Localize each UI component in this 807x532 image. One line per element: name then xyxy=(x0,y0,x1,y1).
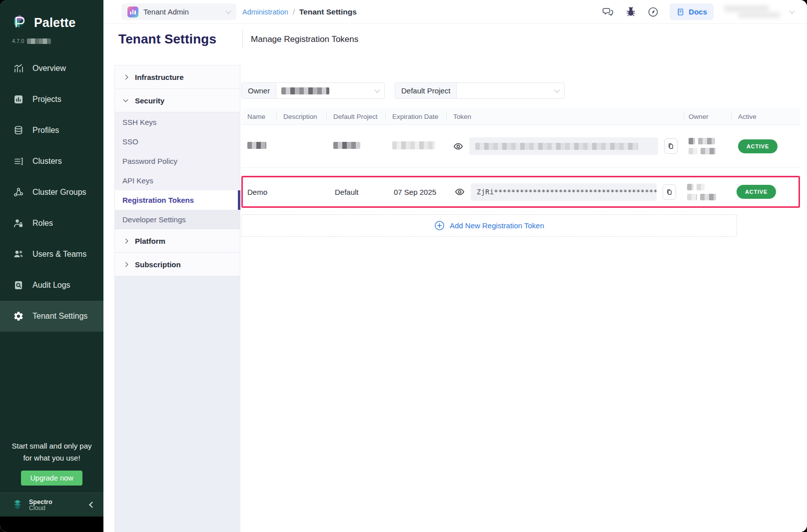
subnav-section-security[interactable]: Security xyxy=(115,89,240,112)
add-registration-token-button[interactable]: Add New Registration Token xyxy=(241,214,737,237)
redacted-token xyxy=(475,143,638,150)
add-registration-token-label: Add New Registration Token xyxy=(450,221,544,230)
section-label: Platform xyxy=(135,237,165,245)
status-badge: ACTIVE xyxy=(737,185,776,199)
subnav-item-registration-tokens[interactable]: Registration Tokens xyxy=(115,190,240,210)
sidebar-item-overview[interactable]: Overview xyxy=(0,53,103,84)
breadcrumb: Administration / Tenant Settings xyxy=(242,7,357,16)
subnav-section-subscription[interactable]: Subscription xyxy=(115,253,240,276)
token-value-box: ZjRi************************************… xyxy=(471,183,657,201)
sidebar-item-projects[interactable]: Projects xyxy=(0,84,103,115)
content: Infrastructure Security SSH Keys SSO Pas… xyxy=(103,54,807,532)
section-label: Infrastructure xyxy=(135,73,184,81)
footer-brand-line2: Cloud xyxy=(29,505,52,511)
sidebar-item-audit-logs[interactable]: Audit Logs xyxy=(0,270,103,301)
audit-logs-icon xyxy=(13,280,24,291)
docs-button[interactable]: Docs xyxy=(670,3,714,20)
section-label: Security xyxy=(135,96,164,105)
user-menu[interactable] xyxy=(724,4,794,19)
token-value-box xyxy=(469,137,658,155)
footer-brand: Spectro Cloud xyxy=(29,499,52,511)
column-header-token: Token xyxy=(446,108,684,124)
table-row: ACTIVE xyxy=(241,125,800,168)
subnav-item-developer-settings[interactable]: Developer Settings xyxy=(115,210,240,229)
subnav-item-api-keys[interactable]: API Keys xyxy=(115,171,240,190)
subnav-filler xyxy=(115,276,240,532)
show-token-eye-icon[interactable] xyxy=(455,187,465,197)
sidebar-inner: Palette 4.7.0 Overview xyxy=(0,0,103,517)
footer-brand-line1: Spectro xyxy=(29,499,52,505)
main-area: Tenant Admin Administration / Tenant Set… xyxy=(103,0,807,532)
upgrade-now-button[interactable]: Upgrade now xyxy=(21,471,82,486)
explore-compass-icon[interactable] xyxy=(647,6,659,18)
cell-name: Demo xyxy=(243,188,278,196)
sidebar: Palette 4.7.0 Overview xyxy=(0,0,103,532)
show-token-eye-icon[interactable] xyxy=(453,141,463,151)
subnav-item-password-policy[interactable]: Password Policy xyxy=(115,151,240,171)
tokens-table: Name Description Default Project Expirat… xyxy=(241,108,800,237)
sidebar-item-label: Overview xyxy=(32,64,66,73)
subnav-item-ssh-keys[interactable]: SSH Keys xyxy=(115,112,240,132)
page-title: Tenant Settings xyxy=(118,31,216,47)
sidebar-item-profiles[interactable]: Profiles xyxy=(0,115,103,146)
column-header-owner: Owner xyxy=(684,108,731,124)
section-label: Subscription xyxy=(135,260,181,269)
brand-name: Palette xyxy=(34,15,75,30)
copy-token-button[interactable] xyxy=(663,184,676,200)
copy-token-button[interactable] xyxy=(664,138,678,154)
cell-expiration-date: 07 Sep 2025 xyxy=(387,188,448,196)
subnav-item-sso[interactable]: SSO xyxy=(115,132,240,151)
bug-report-icon[interactable] xyxy=(625,6,637,18)
sidebar-item-roles[interactable]: Roles xyxy=(0,208,103,239)
profiles-icon xyxy=(13,125,24,136)
chevron-right-icon xyxy=(123,262,128,267)
chevron-down-icon xyxy=(374,87,380,92)
owner-filter-select[interactable]: Owner xyxy=(241,82,385,99)
breadcrumb-administration[interactable]: Administration xyxy=(242,8,288,16)
projects-icon xyxy=(13,94,24,105)
project-scope-selector[interactable]: Tenant Admin xyxy=(121,3,236,20)
tenant-admin-icon xyxy=(127,6,138,17)
sidebar-item-label: Projects xyxy=(32,95,61,104)
users-teams-icon xyxy=(13,249,24,260)
chevron-down-icon xyxy=(123,97,128,102)
feedback-chat-icon[interactable] xyxy=(602,6,614,18)
breadcrumb-separator: / xyxy=(293,8,295,16)
topbar: Tenant Admin Administration / Tenant Set… xyxy=(103,0,807,24)
clusters-icon xyxy=(13,156,24,167)
topbar-actions: Docs xyxy=(602,3,794,20)
brand: Palette xyxy=(0,0,103,32)
promo-text-line2: for what you use! xyxy=(9,452,94,464)
sidebar-item-users-teams[interactable]: Users & Teams xyxy=(0,239,103,270)
sidebar-nav: Overview Projects xyxy=(0,53,103,332)
default-project-filter-select[interactable]: Default Project xyxy=(395,82,565,99)
sidebar-collapse-icon[interactable] xyxy=(89,502,95,508)
tenant-settings-icon xyxy=(13,311,24,322)
table-header: Name Description Default Project Expirat… xyxy=(241,108,800,125)
palette-logo-icon xyxy=(10,13,29,32)
sidebar-item-label: Roles xyxy=(32,219,53,228)
table-row-demo-highlighted: Demo Default 07 Sep 2025 ZjRi***** xyxy=(241,176,800,208)
subnav-section-platform[interactable]: Platform xyxy=(115,229,240,253)
sidebar-item-label: Cluster Groups xyxy=(32,188,86,197)
subnav-section-infrastructure[interactable]: Infrastructure xyxy=(115,65,240,89)
sidebar-item-clusters[interactable]: Clusters xyxy=(0,146,103,177)
sidebar-item-cluster-groups[interactable]: Cluster Groups xyxy=(0,177,103,208)
redacted-expiration-date xyxy=(392,141,435,149)
docs-button-label: Docs xyxy=(689,7,707,16)
sidebar-item-tenant-settings[interactable]: Tenant Settings xyxy=(0,301,103,332)
column-header-description: Description xyxy=(276,108,326,124)
redacted-name xyxy=(247,142,266,149)
cluster-groups-icon xyxy=(13,187,24,198)
chevron-down-icon xyxy=(789,8,795,13)
status-badge: ACTIVE xyxy=(738,139,778,153)
redacted-user-name xyxy=(724,4,783,19)
promo-text-line1: Start small and only pay xyxy=(9,440,94,452)
plus-circle-icon xyxy=(434,220,445,231)
page-subtitle: Manage Registration Tokens xyxy=(251,34,358,44)
sidebar-item-label: Clusters xyxy=(32,157,62,166)
default-project-filter-label: Default Project xyxy=(395,83,457,98)
redacted-owner xyxy=(689,138,731,154)
redacted-owner-filter-value xyxy=(281,87,329,94)
settings-subnav: Infrastructure Security SSH Keys SSO Pas… xyxy=(114,65,240,532)
